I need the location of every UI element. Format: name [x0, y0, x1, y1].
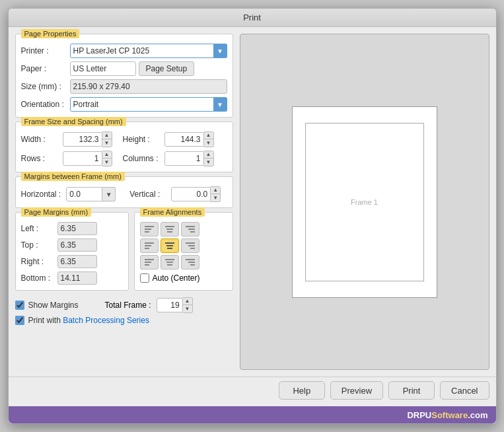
height-up-btn[interactable]: ▲ — [204, 132, 213, 139]
align-bot-left-btn[interactable] — [140, 255, 159, 270]
total-frame-spinner-btns: ▲ ▼ — [183, 297, 193, 313]
frame-preview: Frame 1 — [305, 123, 424, 281]
left-label: Left : — [21, 224, 57, 233]
columns-label: Columns : — [123, 154, 159, 163]
bottom-value: 14.11 — [57, 271, 97, 285]
svg-rect-12 — [165, 242, 174, 244]
batch-processing-checkbox[interactable] — [15, 316, 24, 325]
align-top-right-btn[interactable] — [181, 222, 199, 236]
align-mid-right-btn[interactable] — [181, 238, 199, 253]
cancel-button[interactable]: Cancel — [440, 381, 489, 400]
height-down-btn[interactable]: ▼ — [204, 139, 213, 147]
columns-up-btn[interactable]: ▲ — [204, 151, 213, 159]
printer-label: Printer : — [21, 46, 67, 55]
svg-rect-18 — [145, 259, 154, 260]
print-button[interactable]: Print — [388, 381, 435, 400]
orientation-dropdown-btn[interactable]: ▼ — [214, 97, 227, 112]
branding-dotcom: .com — [468, 410, 487, 420]
align-top-center-btn[interactable] — [161, 222, 179, 236]
horiz-vert-row: Horizontal : ▼ Vertical : ▲ ▼ — [21, 186, 227, 202]
right-margin-row: Right : 6.35 — [21, 255, 123, 268]
vertical-up-btn[interactable]: ▲ — [211, 187, 220, 194]
printer-dropdown-btn[interactable]: ▼ — [214, 44, 227, 58]
svg-rect-14 — [167, 248, 172, 249]
printer-input[interactable] — [70, 44, 214, 58]
branding-software: Software — [431, 410, 468, 420]
rows-down-btn[interactable]: ▼ — [102, 159, 112, 166]
left-panel: Page Properties Printer : ▼ Paper : Page… — [15, 34, 233, 370]
page-margins-legend: Page Margins (mm) — [21, 207, 92, 217]
bottom-margin-row: Bottom : 14.11 — [21, 271, 123, 285]
align-top-left-btn[interactable] — [140, 222, 159, 236]
total-frame-up-btn[interactable]: ▲ — [183, 298, 192, 305]
width-up-btn[interactable]: ▲ — [102, 132, 112, 139]
branding-drpu: DRPU — [407, 410, 431, 420]
svg-rect-1 — [145, 229, 151, 230]
page-margins-box: Page Margins (mm) Left : 6.35 Top : 6.35… — [15, 212, 129, 291]
paper-input[interactable] — [70, 61, 136, 76]
help-button[interactable]: Help — [279, 381, 325, 400]
svg-rect-20 — [145, 264, 149, 266]
svg-rect-5 — [167, 231, 172, 233]
margins-between-legend: Margins between Frame (mm) — [21, 172, 125, 181]
svg-rect-10 — [145, 245, 151, 246]
printer-select-wrapper: ▼ — [70, 44, 227, 58]
size-label: Size (mm) : — [21, 82, 67, 91]
paper-row: Paper : Page Setup — [21, 61, 227, 76]
svg-rect-13 — [166, 245, 173, 246]
horizontal-input[interactable] — [66, 187, 102, 201]
batch-processing-row: Print with Batch Processing Series — [15, 316, 233, 325]
total-frame-spinner: ▲ ▼ — [157, 297, 193, 313]
bottom-options: Show Margins Total Frame : ▲ ▼ — [15, 297, 233, 325]
printer-row: Printer : ▼ — [21, 44, 227, 58]
top-margin-row: Top : 6.35 — [21, 238, 123, 252]
horizontal-spinner: ▼ — [66, 187, 119, 201]
svg-rect-26 — [190, 264, 195, 266]
branding-bar: DRPUSoftware.com — [9, 406, 496, 423]
svg-rect-21 — [165, 259, 174, 260]
vertical-label: Vertical : — [129, 190, 166, 199]
svg-rect-2 — [145, 231, 149, 233]
width-height-row: Width : ▲ ▼ Height : ▲ ▼ — [21, 131, 227, 147]
rows-up-btn[interactable]: ▲ — [102, 151, 112, 159]
orientation-select-wrapper: ▼ — [70, 97, 227, 112]
paper-label: Paper : — [21, 64, 67, 73]
print-dialog: Print Page Properties Printer : ▼ Paper … — [8, 8, 497, 424]
preview-button[interactable]: Preview — [330, 381, 383, 400]
columns-input[interactable] — [164, 151, 204, 166]
svg-rect-19 — [145, 262, 151, 263]
vertical-spinner: ▲ ▼ — [171, 186, 221, 202]
rows-label: Rows : — [21, 154, 57, 163]
vertical-input[interactable] — [171, 187, 211, 201]
align-mid-center-btn[interactable] — [161, 238, 179, 253]
align-bot-center-btn[interactable] — [161, 255, 179, 270]
rows-input[interactable] — [63, 151, 102, 166]
branding-text: DRPUSoftware.com — [407, 410, 487, 420]
show-margins-checkbox[interactable] — [15, 301, 24, 310]
rows-columns-row: Rows : ▲ ▼ Columns : ▲ ▼ — [21, 151, 227, 166]
margins-align-section: Page Margins (mm) Left : 6.35 Top : 6.35… — [15, 212, 233, 291]
total-frame-input[interactable] — [157, 298, 183, 312]
height-input[interactable] — [164, 132, 204, 147]
frame-size-legend: Frame Size and Spacing (mm) — [21, 117, 126, 126]
auto-center-checkbox[interactable] — [140, 273, 149, 283]
width-input[interactable] — [63, 132, 102, 147]
rows-spinner: ▲ ▼ — [63, 151, 112, 166]
vertical-spinner-btns: ▲ ▼ — [211, 186, 221, 202]
vertical-down-btn[interactable]: ▼ — [211, 194, 220, 201]
width-down-btn[interactable]: ▼ — [102, 139, 112, 147]
align-mid-left-btn[interactable] — [140, 238, 159, 253]
orientation-row: Orientation : ▼ — [21, 97, 227, 112]
svg-rect-25 — [188, 262, 195, 263]
columns-down-btn[interactable]: ▼ — [204, 159, 213, 166]
page-setup-button[interactable]: Page Setup — [139, 61, 195, 76]
orientation-input[interactable] — [70, 97, 214, 112]
auto-center-label: Auto (Center) — [153, 273, 200, 283]
total-frame-down-btn[interactable]: ▼ — [183, 305, 192, 312]
footer-buttons: Help Preview Print Cancel — [9, 377, 496, 406]
svg-rect-16 — [188, 245, 195, 246]
height-spinner-btns: ▲ ▼ — [204, 131, 214, 147]
svg-rect-7 — [188, 229, 195, 230]
align-bot-right-btn[interactable] — [181, 255, 199, 270]
horizontal-dropdown-btn[interactable]: ▼ — [102, 187, 116, 201]
